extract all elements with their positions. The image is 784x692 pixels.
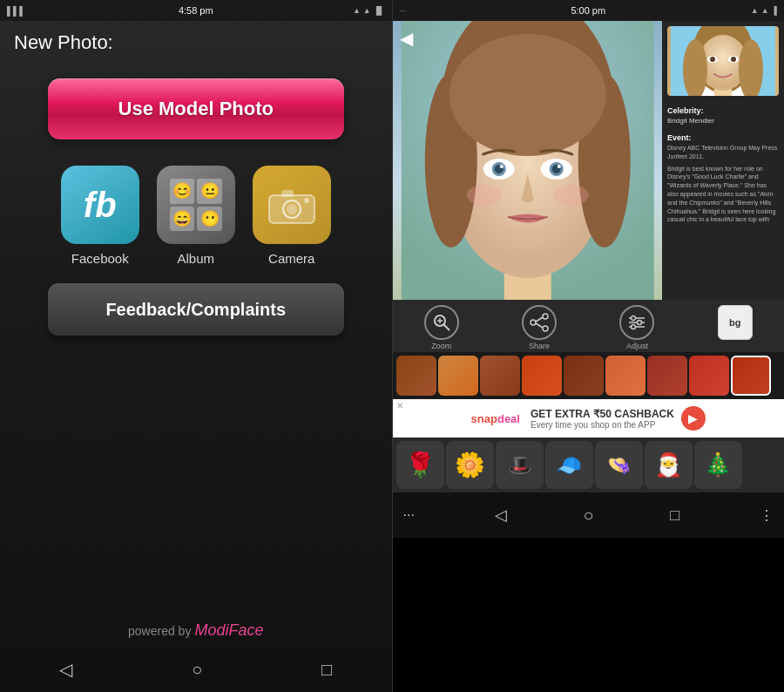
back-nav-icon[interactable]: ◁ bbox=[59, 659, 72, 680]
zoom-svg bbox=[432, 313, 451, 332]
ad-headline: GET EXTRA ₹50 CASHBACK bbox=[531, 408, 674, 420]
accessory-santa-hat[interactable]: 🎄 bbox=[694, 441, 742, 489]
album-icon-box: 😊 😐 😄 😶 bbox=[157, 166, 235, 244]
svg-point-4 bbox=[304, 198, 309, 203]
status-time-left: 4:58 pm bbox=[179, 5, 213, 16]
event-value: Disney ABC Television Group May Press Ju… bbox=[667, 144, 779, 161]
bg-button: bg bbox=[718, 305, 753, 340]
hair-swatch-8[interactable] bbox=[689, 356, 729, 396]
hair-swatch-4[interactable] bbox=[522, 356, 562, 396]
use-model-button[interactable]: Use Model Photo bbox=[48, 78, 344, 139]
svg-point-20 bbox=[466, 185, 501, 206]
modiface-brand: ModiFace bbox=[194, 621, 263, 640]
svg-point-32 bbox=[731, 57, 736, 62]
zoom-tool[interactable]: Zoom bbox=[424, 305, 459, 350]
left-panel: ▌▌▌ 4:58 pm ▲ ▲ ▐▌ New Photo: Use Model … bbox=[0, 0, 392, 692]
more-left-icon[interactable]: ··· bbox=[400, 507, 418, 523]
more-right-icon[interactable]: ⋮ bbox=[756, 507, 777, 524]
svg-point-39 bbox=[531, 320, 536, 325]
nav-bar-right: ··· ◁ ○ □ ⋮ bbox=[393, 492, 785, 538]
hair-swatch-5[interactable] bbox=[564, 356, 604, 396]
accessory-santa[interactable]: 🎅 bbox=[645, 441, 693, 489]
fb-logo-text: fb bbox=[84, 186, 117, 225]
hair-swatch-7[interactable] bbox=[647, 356, 687, 396]
zoom-label: Zoom bbox=[431, 342, 451, 350]
hair-swatch-6[interactable] bbox=[605, 356, 645, 396]
face-icon-4: 😶 bbox=[200, 209, 220, 228]
nav-bar-left: ◁ ○ □ bbox=[0, 647, 392, 692]
face-icon-2: 😐 bbox=[200, 181, 220, 200]
svg-point-21 bbox=[553, 185, 588, 206]
status-bar-right: ··· 5:00 pm ▲ ▲ ▐ bbox=[393, 0, 785, 21]
accessory-hat-grey[interactable]: 🎩 bbox=[496, 441, 544, 489]
svg-point-43 bbox=[638, 321, 642, 325]
svg-point-19 bbox=[557, 165, 560, 168]
hair-swatch-2[interactable] bbox=[438, 356, 478, 396]
celebrity-photo bbox=[667, 26, 779, 96]
adjust-tool[interactable]: Adjust bbox=[619, 305, 654, 350]
accessory-rose[interactable]: 🌹 bbox=[396, 441, 444, 489]
camera-icon-item[interactable]: Camera bbox=[253, 166, 331, 266]
right-panel: ··· 5:00 pm ▲ ▲ ▐ ◀ bbox=[393, 0, 785, 692]
face-icon-3: 😄 bbox=[172, 209, 192, 228]
ad-close-button[interactable]: ✕ bbox=[396, 401, 403, 410]
face-preview-area: ◀ bbox=[393, 21, 663, 300]
share-tool[interactable]: Share bbox=[522, 305, 557, 350]
album-icon-item[interactable]: 😊 😐 😄 😶 Album bbox=[157, 166, 235, 266]
svg-line-41 bbox=[536, 323, 543, 328]
svg-point-11 bbox=[449, 34, 605, 156]
back-nav-right[interactable]: ◁ bbox=[495, 505, 507, 525]
home-nav-icon[interactable]: ○ bbox=[192, 660, 202, 680]
accessory-cap-red[interactable]: 🧢 bbox=[545, 441, 593, 489]
bg-tool[interactable]: bg bg bbox=[718, 305, 753, 350]
svg-point-38 bbox=[543, 326, 548, 331]
home-nav-right[interactable]: ○ bbox=[583, 505, 593, 526]
accessory-daisy[interactable]: 🌼 bbox=[446, 441, 494, 489]
wifi-icon-right: ▲ bbox=[751, 6, 759, 15]
status-icons-left: ▌▌▌ bbox=[7, 6, 25, 16]
camera-svg bbox=[266, 183, 318, 227]
hair-swatch-selected[interactable] bbox=[731, 356, 771, 396]
recents-nav-icon[interactable]: □ bbox=[321, 660, 332, 680]
celebrity-info-panel: Celebrity: Bridgit Mendler Event: Disney… bbox=[662, 21, 784, 300]
hair-swatch-1[interactable] bbox=[396, 356, 436, 396]
celebrity-label: Celebrity: Bridgit Mendler bbox=[667, 101, 779, 128]
ad-banner: ✕ snapdeal GET EXTRA ₹50 CASHBACK Every … bbox=[393, 399, 785, 438]
share-svg bbox=[530, 313, 549, 332]
adjust-svg bbox=[627, 313, 646, 332]
svg-rect-3 bbox=[281, 190, 294, 197]
celebrity-bio: Bridgit is best known for her role on Di… bbox=[667, 165, 779, 225]
facebook-icon-item[interactable]: fb Facebook bbox=[61, 166, 139, 266]
hair-swatches-row bbox=[393, 352, 785, 399]
status-time-right: 5:00 pm bbox=[571, 5, 605, 16]
album-grid: 😊 😐 😄 😶 bbox=[170, 179, 222, 231]
battery-icon-right: ▐ bbox=[772, 6, 777, 15]
status-right-right: ▲ ▲ ▐ bbox=[751, 6, 777, 15]
accessory-hat-light[interactable]: 👒 bbox=[595, 441, 643, 489]
camera-icon-box bbox=[253, 166, 331, 244]
ad-subtext: Every time you shop on the APP bbox=[531, 420, 674, 430]
signal-icon-right: ▲ bbox=[761, 6, 769, 15]
recents-nav-right[interactable]: □ bbox=[670, 506, 679, 525]
main-content-area: ◀ bbox=[393, 21, 785, 300]
ad-text-block: GET EXTRA ₹50 CASHBACK Every time you sh… bbox=[525, 408, 674, 430]
powered-by-section: powered by ModiFace bbox=[128, 621, 263, 640]
feedback-button[interactable]: Feedback/Complaints bbox=[48, 283, 344, 336]
adjust-label: Adjust bbox=[626, 342, 648, 350]
svg-point-15 bbox=[499, 165, 503, 168]
page-title: New Photo: bbox=[0, 21, 392, 61]
hair-swatch-3[interactable] bbox=[480, 356, 520, 396]
signal-strength-icon: ▲ bbox=[363, 6, 371, 15]
album-cell-1: 😊 bbox=[170, 179, 195, 204]
wifi-icon: ▲ bbox=[353, 6, 361, 15]
svg-point-42 bbox=[632, 316, 636, 321]
event-section: Event: Disney ABC Television Group May P… bbox=[667, 128, 779, 161]
share-icon bbox=[522, 305, 557, 340]
back-arrow-button[interactable]: ◀ bbox=[400, 28, 413, 49]
adjust-icon bbox=[619, 305, 654, 340]
bio-text: Bridgit is best known for her role on Di… bbox=[667, 165, 779, 225]
ad-cta-button[interactable]: ▶ bbox=[681, 406, 706, 431]
svg-point-44 bbox=[632, 325, 636, 329]
album-label: Album bbox=[177, 251, 214, 266]
album-cell-2: 😐 bbox=[197, 179, 222, 204]
